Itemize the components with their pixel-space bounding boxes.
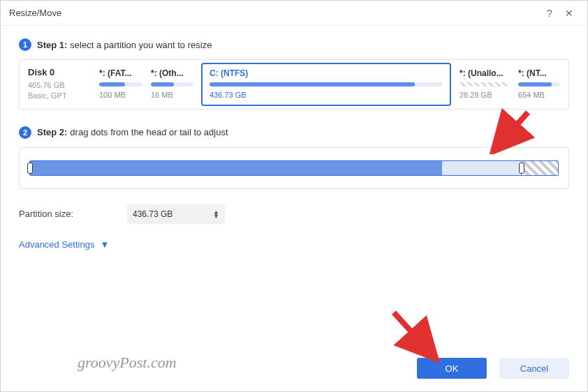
disk-panel: Disk 0 465.76 GB Basic, GPT *: (FAT... 1… — [19, 59, 569, 110]
window-title: Resize/Move — [9, 8, 540, 18]
slider-handle-left[interactable] — [27, 163, 33, 174]
partition-other[interactable]: *: (Oth... 16 MB — [151, 67, 193, 102]
partition-unallocated[interactable]: *: (Unallo... 28.28 GB — [460, 67, 510, 102]
partition-nt[interactable]: *: (NT... 654 MB — [518, 67, 560, 102]
advanced-settings-toggle[interactable]: Advanced Settings ▼ — [19, 239, 569, 250]
watermark: groovyPost.com — [78, 354, 177, 372]
resize-move-dialog: Resize/Move ? ✕ 1 Step 1: select a parti… — [0, 0, 588, 392]
ok-button[interactable]: OK — [417, 358, 487, 379]
slider-free — [442, 161, 521, 175]
partition-fat[interactable]: *: (FAT... 100 MB — [99, 67, 142, 102]
step2-heading: 2 Step 2: drag dots from the head or tai… — [19, 126, 569, 139]
partition-size-input[interactable]: 436.73 GB ▲▼ — [127, 204, 225, 224]
titlebar: Resize/Move ? ✕ — [1, 1, 587, 26]
step1-badge: 1 — [19, 38, 31, 51]
slider-handle-right[interactable] — [519, 163, 524, 174]
slider-used — [30, 161, 442, 175]
step1-heading: 1 Step 1: select a partition you want to… — [19, 38, 569, 51]
partition-size-row: Partition size: 436.73 GB ▲▼ — [19, 204, 569, 224]
slider-panel — [19, 147, 569, 189]
step2-badge: 2 — [19, 126, 31, 139]
cancel-button[interactable]: Cancel — [499, 358, 569, 379]
partition-c-ntfs[interactable]: C: (NTFS) 436.73 GB — [201, 63, 451, 106]
resize-slider[interactable] — [29, 160, 559, 176]
dialog-footer: OK Cancel — [417, 358, 569, 379]
annotation-arrow-2 — [383, 302, 446, 365]
slider-unallocated — [521, 161, 558, 175]
help-icon[interactable]: ? — [540, 8, 559, 19]
svg-line-3 — [394, 312, 429, 351]
chevron-down-icon: ▼ — [100, 239, 109, 250]
close-icon[interactable]: ✕ — [559, 8, 579, 19]
disk-info: Disk 0 465.76 GB Basic, GPT — [28, 67, 91, 102]
stepper-arrows-icon[interactable]: ▲▼ — [213, 209, 219, 220]
